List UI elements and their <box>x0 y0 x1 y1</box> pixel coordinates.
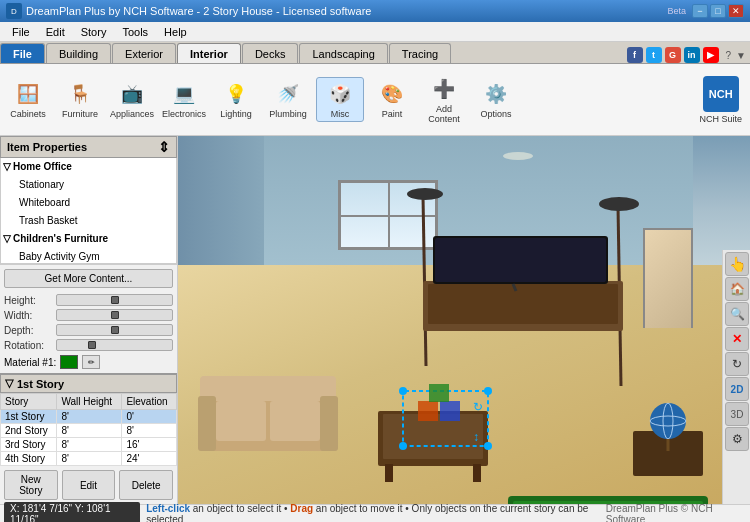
toy-block-3 <box>429 384 449 402</box>
options-label: Options <box>480 110 511 120</box>
story-panel-header: ▽ 1st Story <box>0 374 177 393</box>
material-label: Material #1: <box>4 357 56 368</box>
tree-trash-basket[interactable]: Trash Basket <box>1 212 176 230</box>
item-properties-header: Item Properties ⇕ <box>0 136 177 158</box>
sel-handle-tr <box>484 387 492 395</box>
menu-help[interactable]: Help <box>156 24 195 40</box>
rotation-slider[interactable] <box>56 339 173 351</box>
story-panel-title: 1st Story <box>17 378 64 390</box>
sofa-cushion-2 <box>270 401 320 441</box>
appliances-button[interactable]: 📺 Appliances <box>108 78 156 122</box>
settings-tool-button[interactable]: ⚙ <box>725 427 749 451</box>
tab-decks[interactable]: Decks <box>242 43 299 63</box>
cabinets-icon: 🪟 <box>14 80 42 108</box>
elevation-col-header: Elevation <box>122 394 177 410</box>
sofa-cushion-1 <box>216 401 266 441</box>
dropdown-icon[interactable]: ▼ <box>736 50 746 61</box>
tab-tracing[interactable]: Tracing <box>389 43 451 63</box>
menu-story[interactable]: Story <box>73 24 115 40</box>
lighting-icon: 💡 <box>222 80 250 108</box>
paint-label: Paint <box>382 110 403 120</box>
options-button[interactable]: ⚙️ Options <box>472 78 520 122</box>
story-row-1[interactable]: 1st Story 8' 0' <box>1 410 177 424</box>
story-row-4[interactable]: 4th Story 8' 24' <box>1 452 177 466</box>
new-story-button[interactable]: New Story <box>4 470 58 500</box>
electronics-button[interactable]: 💻 Electronics <box>160 78 208 122</box>
story-2-height: 8' <box>57 424 122 438</box>
close-button[interactable]: ✕ <box>728 4 744 18</box>
story-4-name: 4th Story <box>1 452 57 466</box>
menu-edit[interactable]: Edit <box>38 24 73 40</box>
twitter-icon[interactable]: t <box>646 47 662 63</box>
depth-slider[interactable] <box>56 324 173 336</box>
story-row-2[interactable]: 2nd Story 8' 8' <box>1 424 177 438</box>
lamp-shade-right <box>599 197 639 211</box>
youtube-icon[interactable]: ▶ <box>703 47 719 63</box>
menu-bar: File Edit Story Tools Help <box>0 22 750 42</box>
home-view-button[interactable]: 🏠 <box>725 277 749 301</box>
toy-block-2 <box>440 401 460 421</box>
nch-suite-button[interactable]: NCH NCH Suite <box>695 72 746 128</box>
appliances-icon: 📺 <box>118 80 146 108</box>
get-more-content-button[interactable]: Get More Content... <box>4 269 173 288</box>
height-slider[interactable] <box>56 294 173 306</box>
tree-stationary[interactable]: Stationary <box>1 176 176 194</box>
table-leg-fl <box>385 464 393 482</box>
cabinets-button[interactable]: 🪟 Cabinets <box>4 78 52 122</box>
close-red-button[interactable]: ✕ <box>725 327 749 351</box>
tab-interior[interactable]: Interior <box>177 43 241 63</box>
width-slider[interactable] <box>56 309 173 321</box>
edit-story-button[interactable]: Edit <box>62 470 116 500</box>
story-panel: ▽ 1st Story Story Wall Height Elevation … <box>0 373 177 504</box>
left-panel: Item Properties ⇕ ▽ Home Office Stationa… <box>0 136 178 504</box>
plumbing-button[interactable]: 🚿 Plumbing <box>264 78 312 122</box>
story-row-3[interactable]: 3rd Story 8' 16' <box>1 438 177 452</box>
tree-expand-icon: ▽ <box>3 159 11 175</box>
tree-home-office[interactable]: ▽ Home Office <box>1 158 176 176</box>
story-4-elevation: 24' <box>122 452 177 466</box>
item-properties-tree[interactable]: ▽ Home Office Stationary Whiteboard Tras… <box>0 158 177 264</box>
menu-tools[interactable]: Tools <box>114 24 156 40</box>
material-color-swatch[interactable] <box>60 355 78 369</box>
tab-bar: File Building Exterior Interior Decks La… <box>0 42 750 64</box>
3d-viewport[interactable]: ↻ ↕ 👆 🏠 🔍 ✕ <box>178 136 750 504</box>
add-content-button[interactable]: ➕ Add Content <box>420 73 468 127</box>
zoom-button[interactable]: 🔍 <box>725 302 749 326</box>
delete-story-button[interactable]: Delete <box>119 470 173 500</box>
minimize-button[interactable]: − <box>692 4 708 18</box>
height-label: Height: <box>4 295 56 306</box>
add-content-icon: ➕ <box>430 75 458 103</box>
lighting-button[interactable]: 💡 Lighting <box>212 78 260 122</box>
facebook-icon[interactable]: f <box>627 47 643 63</box>
ribbon: 🪟 Cabinets 🪑 Furniture 📺 Appliances 💻 El… <box>0 64 750 136</box>
rotate-button[interactable]: ↻ <box>725 352 749 376</box>
cabinets-label: Cabinets <box>10 110 46 120</box>
cursor-tool-button[interactable]: 👆 <box>725 252 749 276</box>
tree-baby-gym[interactable]: Baby Activity Gym <box>1 248 176 264</box>
maximize-button[interactable]: □ <box>710 4 726 18</box>
tab-file[interactable]: File <box>0 43 45 63</box>
3d-view-button[interactable]: 3D <box>725 402 749 426</box>
furniture-button[interactable]: 🪑 Furniture <box>56 78 104 122</box>
google-icon[interactable]: G <box>665 47 681 63</box>
menu-file[interactable]: File <box>4 24 38 40</box>
tab-building[interactable]: Building <box>46 43 111 63</box>
add-content-label: Add Content <box>424 105 464 125</box>
tv-cabinet-front <box>428 284 618 324</box>
linkedin-icon[interactable]: in <box>684 47 700 63</box>
2d-view-button[interactable]: 2D <box>725 377 749 401</box>
tree-whiteboard[interactable]: Whiteboard <box>1 194 176 212</box>
copyright-text: DreamPlan Plus © NCH Software <box>606 503 746 523</box>
lamp-shade-left <box>407 188 443 200</box>
misc-button[interactable]: 🎲 Misc <box>316 77 364 123</box>
material-edit-button[interactable]: ✏ <box>82 355 100 369</box>
tab-exterior[interactable]: Exterior <box>112 43 176 63</box>
item-properties-resize[interactable]: ⇕ <box>158 139 170 155</box>
sofa-arm-left <box>198 396 216 451</box>
help-icon[interactable]: ? <box>726 50 732 61</box>
paint-button[interactable]: 🎨 Paint <box>368 78 416 122</box>
hint-text-1: an object to select it • <box>193 503 290 514</box>
tree-childrens-furniture[interactable]: ▽ Children's Furniture <box>1 230 176 248</box>
tab-landscaping[interactable]: Landscaping <box>299 43 387 63</box>
appliances-label: Appliances <box>110 110 154 120</box>
